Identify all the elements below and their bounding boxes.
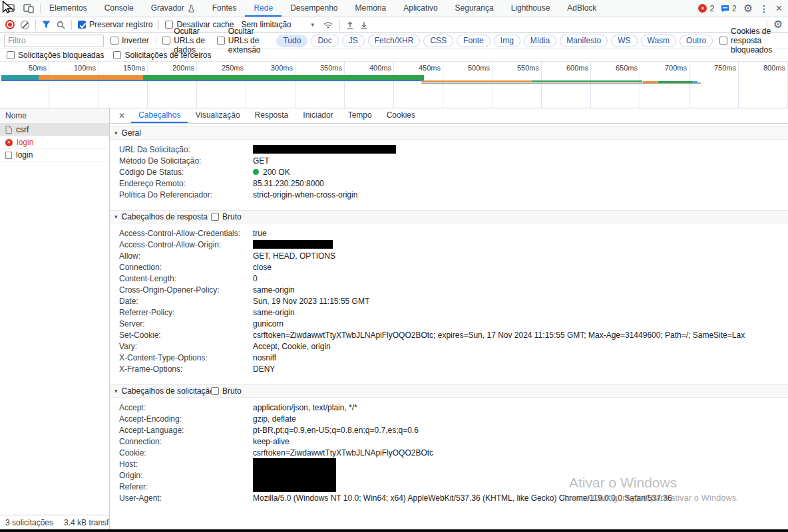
raw-headers-checkbox[interactable]: Bruto xyxy=(211,212,242,221)
header-value-text: GET xyxy=(253,156,270,166)
header-value: true xyxy=(253,229,267,238)
request-row[interactable]: ✕ login xyxy=(0,136,109,149)
resource-type-chip[interactable]: Tudo xyxy=(276,35,307,47)
header-value-text: csrftoken=ZiwdawwtTtyXTwbJLNApiFlyOQO2BO… xyxy=(253,331,745,340)
header-row: User-Agent: Mozilla/5.0 (Windows NT 10.0… xyxy=(110,492,788,503)
header-value-text: same-origin xyxy=(253,285,295,295)
network-conditions-icon[interactable] xyxy=(323,21,333,29)
filter-input[interactable] xyxy=(4,35,104,47)
resource-type-chip[interactable]: CSS xyxy=(423,35,453,47)
transferred-size: 3.4 kB transferido xyxy=(64,518,109,527)
resource-type-chip[interactable]: Outro xyxy=(680,35,713,47)
header-value-text: csrftoken=ZiwdawwtTtyXTwbJLNApiFlyOQO2BO… xyxy=(253,448,433,458)
resource-type-chip[interactable]: JS xyxy=(342,35,365,47)
filter-funnel-icon[interactable] xyxy=(42,21,51,29)
panel-tab[interactable]: Aplicativo xyxy=(395,0,446,17)
header-row: Host: xyxy=(110,458,788,469)
resource-type-chip[interactable]: Img xyxy=(494,35,520,47)
header-name: Cookie: xyxy=(119,448,253,458)
header-row: Accept-Encoding: gzip, deflate xyxy=(110,413,788,424)
flask-icon xyxy=(188,5,195,13)
request-row[interactable]: login xyxy=(0,149,109,162)
response-headers-section-header[interactable]: ▾ Cabeçalhos de resposta Bruto xyxy=(110,210,788,223)
disclosure-triangle-icon: ▾ xyxy=(114,130,118,136)
kebab-menu-icon[interactable]: ⋮ xyxy=(759,3,769,14)
header-value: same-origin xyxy=(253,308,295,317)
header-row: Connection: close xyxy=(110,261,788,273)
panel-tab[interactable]: Fontes xyxy=(204,0,246,17)
network-overview-timeline[interactable]: 50ms100ms150ms200ms250ms300ms350ms400ms4… xyxy=(0,62,788,108)
details-tab-bar: ✕ CabeçalhosVisualizaçãoRespostaIniciado… xyxy=(110,108,788,124)
search-icon[interactable] xyxy=(57,21,65,29)
header-row: Allow: GET, HEAD, OPTIONS xyxy=(110,250,788,261)
inspect-element-icon[interactable] xyxy=(4,1,19,16)
header-value xyxy=(253,481,336,492)
redacted-value xyxy=(253,458,336,469)
panel-tab[interactable]: Console xyxy=(96,0,142,17)
resource-type-chip[interactable]: Manifesto xyxy=(560,35,608,47)
details-tab[interactable]: Cabeçalhos xyxy=(131,108,188,123)
panel-tab-label: Elementos xyxy=(49,0,87,17)
message-count: 2 xyxy=(732,4,737,13)
settings-gear-icon[interactable]: ⚙ xyxy=(743,3,753,14)
resource-type-chip[interactable]: Doc xyxy=(311,35,338,47)
clear-network-log-button[interactable] xyxy=(21,21,29,29)
panel-tab-label: Rede xyxy=(254,0,273,17)
error-badge[interactable]: ✕ 2 xyxy=(698,4,714,13)
panel-tab[interactable]: Elementos xyxy=(41,0,96,17)
header-name: Cross-Origin-Opener-Policy: xyxy=(119,285,253,295)
hide-extension-urls-label: Ocultar URLs de extensão xyxy=(228,27,270,55)
header-value-text: application/json, text/plain, */* xyxy=(253,403,357,412)
import-har-icon[interactable] xyxy=(346,21,354,29)
panel-tab[interactable]: Lighthouse xyxy=(502,0,559,17)
panel-tab[interactable]: Gravador xyxy=(142,0,204,17)
header-row: Origin: xyxy=(110,469,788,481)
hide-extension-urls-checkbox[interactable]: Ocultar URLs de extensão xyxy=(217,27,270,55)
network-filter-bar: Inverter Ocultar URLs de dados Ocultar U… xyxy=(0,33,788,49)
details-tab[interactable]: Tempo xyxy=(341,108,379,123)
third-party-requests-checkbox[interactable]: Solicitações de terceiros xyxy=(113,51,211,60)
panel-tab[interactable]: Segurança xyxy=(447,0,502,17)
general-section: ▾ Geral URL Da Solicitação: Mé xyxy=(110,126,788,201)
close-details-icon[interactable]: ✕ xyxy=(112,111,131,120)
blocked-requests-checkbox[interactable]: Solicitações bloqueadas xyxy=(7,51,104,60)
header-value: strict-origin-when-cross-origin xyxy=(253,190,357,200)
message-badge[interactable]: 2 xyxy=(721,4,737,13)
panel-tab[interactable]: AdBlock xyxy=(558,0,605,17)
waterfall-segment-connecting xyxy=(643,81,657,83)
raw-headers-checkbox[interactable]: Bruto xyxy=(211,386,242,396)
details-tab[interactable]: Iniciador xyxy=(296,108,340,123)
close-devtools-icon[interactable]: ✕ xyxy=(775,3,783,13)
divider xyxy=(339,20,340,30)
details-tab[interactable]: Cookies xyxy=(379,108,423,123)
device-toolbar-icon[interactable] xyxy=(21,1,36,16)
resource-type-chip[interactable]: Wasm xyxy=(641,35,677,47)
resource-type-chip[interactable]: Mídia xyxy=(524,35,556,47)
details-tab[interactable]: Resposta xyxy=(248,108,296,123)
header-value: nosniff xyxy=(253,353,276,362)
resource-type-chips: TudoDocJSFetch/XHRCSSFonteImgMídiaManife… xyxy=(276,35,713,47)
details-tab[interactable]: Visualização xyxy=(188,108,247,123)
blocked-cookies-checkbox[interactable]: Cookies de resposta bloqueados xyxy=(719,27,784,55)
status-ok-dot-icon xyxy=(253,169,259,175)
invert-filter-checkbox[interactable]: Inverter xyxy=(110,36,149,45)
resource-type-chip[interactable]: Fonte xyxy=(457,35,491,47)
panel-tab[interactable]: Rede xyxy=(245,0,282,17)
resource-type-chip[interactable]: Fetch/XHR xyxy=(368,35,421,47)
preserve-log-checkbox[interactable]: Preservar registro xyxy=(78,20,152,29)
export-har-icon[interactable] xyxy=(360,21,368,29)
header-value: keep-alive xyxy=(253,437,290,446)
request-headers-section-header[interactable]: ▾ Cabeçalhos de solicitação Bruto xyxy=(110,384,788,398)
request-row[interactable]: csrf xyxy=(0,124,109,136)
header-row: Política Do Referenciador: strict-origin… xyxy=(110,189,788,200)
header-value-text: strict-origin-when-cross-origin xyxy=(253,190,357,200)
resource-type-chip[interactable]: WS xyxy=(611,35,637,47)
general-section-header[interactable]: ▾ Geral xyxy=(110,126,788,140)
network-toolbar: Preservar registro Desativar cache Sem l… xyxy=(0,17,788,33)
chevron-down-icon: ▼ xyxy=(310,22,315,28)
panel-tab[interactable]: Memória xyxy=(347,0,395,17)
panel-tab[interactable]: Desempenho xyxy=(282,0,346,17)
disclosure-triangle-icon: ▾ xyxy=(114,213,118,220)
record-network-log-button[interactable] xyxy=(5,20,15,29)
requests-column-header[interactable]: Nome xyxy=(0,108,109,124)
